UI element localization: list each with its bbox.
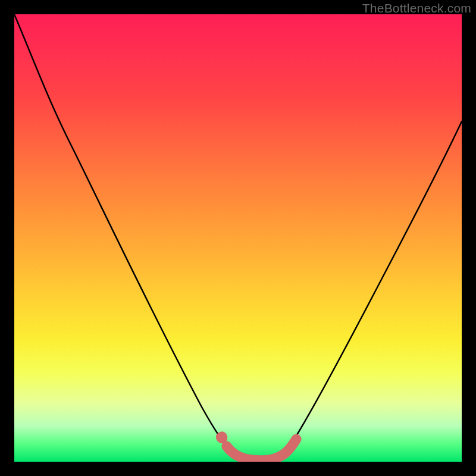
bottleneck-curve <box>14 14 462 461</box>
plot-area <box>14 14 462 462</box>
watermark-text: TheBottleneck.com <box>362 1 471 15</box>
chart-frame: TheBottleneck.com <box>0 0 476 476</box>
optimal-zone-dot <box>218 434 225 441</box>
optimal-zone <box>227 439 296 461</box>
curve-layer <box>14 14 462 462</box>
